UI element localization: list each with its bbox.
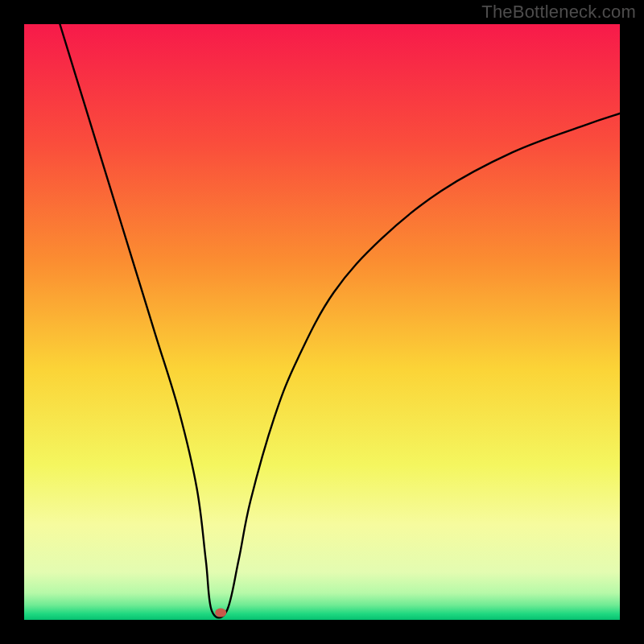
optimal-point-marker <box>215 609 226 617</box>
gradient-background <box>24 24 620 620</box>
chart-frame: TheBottleneck.com <box>0 0 644 644</box>
plot-area <box>24 24 620 620</box>
chart-svg <box>24 24 620 620</box>
watermark-text: TheBottleneck.com <box>481 2 636 23</box>
